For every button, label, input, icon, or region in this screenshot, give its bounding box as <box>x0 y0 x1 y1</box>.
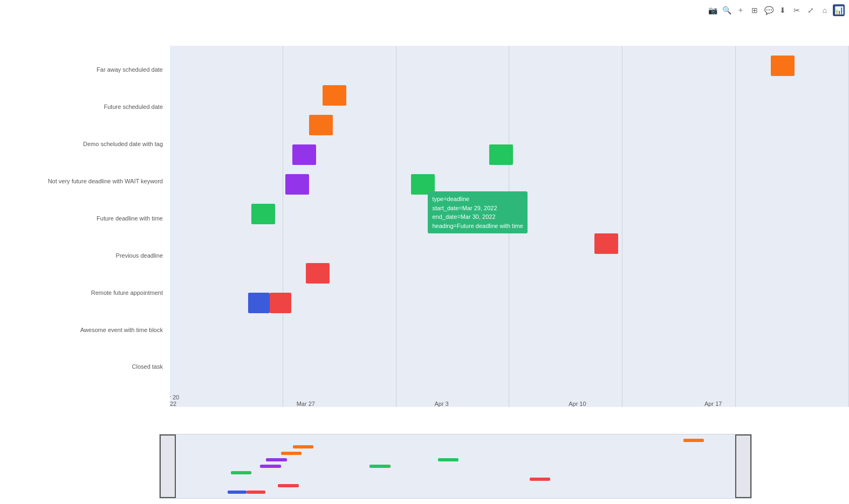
bar-deadline[interactable] <box>489 144 513 165</box>
y-axis-label-item: Remote future appointment <box>11 278 167 307</box>
y-axis-label <box>0 46 11 407</box>
minimap-bar <box>247 491 265 494</box>
minimap-viewport-right[interactable] <box>735 434 751 498</box>
y-axis-label-item: Far away scheduled date <box>11 55 167 85</box>
y-axis-label-item: Future deadline with time <box>11 203 167 233</box>
minimap-bar <box>281 452 302 455</box>
zoom-icon[interactable]: 🔍 <box>721 4 732 16</box>
y-axis-label-item: Previous deadline <box>11 240 167 270</box>
x-axis-label: Apr 10 <box>561 398 593 407</box>
grid-col <box>736 46 849 407</box>
minimap[interactable] <box>159 434 752 499</box>
chart-icon[interactable]: 📊 <box>833 4 845 16</box>
grid-col <box>170 46 283 407</box>
camera-icon[interactable]: 📷 <box>707 4 718 16</box>
download-icon[interactable]: ⬇ <box>777 4 789 16</box>
plus-icon[interactable]: ＋ <box>735 4 747 16</box>
x-axis-label: Apr 3 <box>426 398 458 407</box>
x-axis-label: Mar 202022 <box>170 391 186 407</box>
minimap-bar <box>228 491 247 494</box>
bar-past-scheduled[interactable] <box>248 293 270 313</box>
y-axis-label-item: Closed task <box>11 352 167 382</box>
y-axis: Far away scheduled dateFuture scheduled … <box>11 46 170 407</box>
bar-deadline[interactable] <box>251 204 275 224</box>
bar-scheduled[interactable] <box>309 115 333 135</box>
y-axis-label-item: Awesome event with time block <box>11 315 167 344</box>
bar-timestamp[interactable] <box>594 233 618 254</box>
minimap-bar <box>293 445 313 448</box>
home-icon[interactable]: ⌂ <box>819 4 831 16</box>
bar-upcoming-deadline[interactable] <box>292 144 316 165</box>
grid-icon[interactable]: ⊞ <box>749 4 761 16</box>
grid-lines <box>170 46 849 407</box>
minimap-bar <box>231 471 251 474</box>
y-axis-label-item: Future scheduled date <box>11 92 167 122</box>
minimap-viewport-left[interactable] <box>160 434 176 498</box>
minimap-bar <box>278 484 298 487</box>
comment-icon[interactable]: 💬 <box>763 4 775 16</box>
grid-col <box>396 46 510 407</box>
bar-scheduled[interactable] <box>323 85 346 106</box>
bar-scheduled[interactable] <box>771 56 795 76</box>
bar-upcoming-deadline[interactable] <box>285 174 309 195</box>
x-axis-label: Mar 27 <box>290 398 322 407</box>
expand-icon[interactable]: ⤢ <box>805 4 817 16</box>
minimap-bar <box>266 458 286 461</box>
toolbar: 📷 🔍 ＋ ⊞ 💬 ⬇ ✂ ⤢ ⌂ 📊 <box>707 4 845 16</box>
x-axis-label: Apr 17 <box>697 398 729 407</box>
minimap-bar <box>530 478 550 481</box>
y-axis-label-item: Demo scheluded date with tag <box>11 129 167 159</box>
main-chart-area: Far away scheduled dateFuture scheduled … <box>0 46 849 407</box>
bar-timestamp[interactable] <box>270 293 291 313</box>
minimap-bar <box>369 465 390 468</box>
minimap-bar <box>683 439 704 442</box>
crop-icon[interactable]: ✂ <box>791 4 803 16</box>
x-axis: Mar 202022Mar 27Apr 3Apr 10Apr 17 <box>170 385 849 407</box>
bar-timestamp[interactable] <box>306 263 330 284</box>
minimap-bar <box>260 465 280 468</box>
minimap-bar <box>438 458 458 461</box>
chart-body: Mar 202022Mar 27Apr 3Apr 10Apr 17 type=d… <box>170 46 849 407</box>
grid-col <box>622 46 736 407</box>
y-axis-label-item: Not very future deadline with WAIT keywo… <box>11 167 167 196</box>
grid-col <box>509 46 622 407</box>
bar-deadline[interactable] <box>411 174 435 195</box>
